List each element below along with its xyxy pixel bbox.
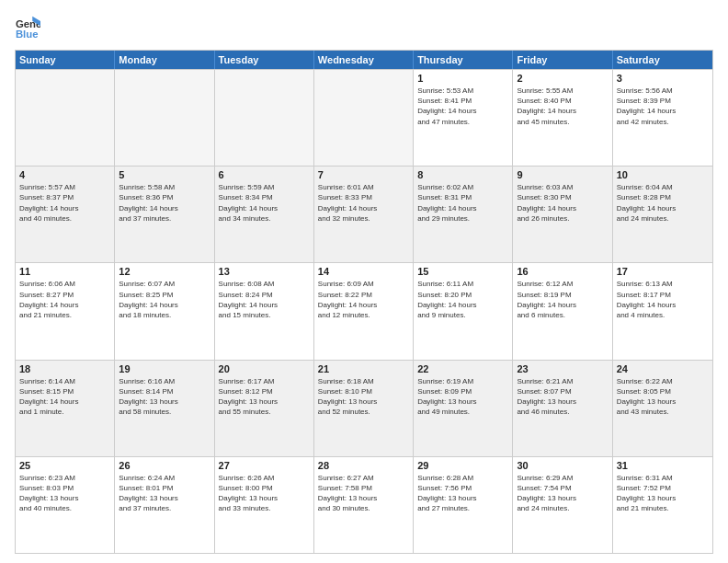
day-cell-25: 25Sunrise: 6:23 AM Sunset: 8:03 PM Dayli… xyxy=(16,457,115,553)
cell-info: Sunrise: 6:16 AM Sunset: 8:14 PM Dayligh… xyxy=(119,376,210,418)
day-number: 24 xyxy=(617,363,709,374)
header-cell-friday: Friday xyxy=(513,51,612,69)
day-number: 25 xyxy=(19,460,110,471)
day-cell-28: 28Sunrise: 6:27 AM Sunset: 7:58 PM Dayli… xyxy=(314,457,414,553)
cell-info: Sunrise: 6:11 AM Sunset: 8:20 PM Dayligh… xyxy=(417,279,508,320)
day-number: 9 xyxy=(517,169,608,180)
cell-info: Sunrise: 6:12 AM Sunset: 8:19 PM Dayligh… xyxy=(517,279,608,320)
day-cell-13: 13Sunrise: 6:08 AM Sunset: 8:24 PM Dayli… xyxy=(215,263,314,359)
day-cell-12: 12Sunrise: 6:07 AM Sunset: 8:25 PM Dayli… xyxy=(115,263,214,359)
day-cell-6: 6Sunrise: 5:59 AM Sunset: 8:34 PM Daylig… xyxy=(215,167,314,262)
cell-info: Sunrise: 6:27 AM Sunset: 7:58 PM Dayligh… xyxy=(318,473,409,514)
calendar-row-4: 25Sunrise: 6:23 AM Sunset: 8:03 PM Dayli… xyxy=(16,456,712,553)
day-number: 11 xyxy=(19,266,110,277)
header: General Blue xyxy=(15,15,713,40)
cell-info: Sunrise: 6:26 AM Sunset: 8:00 PM Dayligh… xyxy=(219,473,310,514)
header-cell-monday: Monday xyxy=(115,51,214,69)
cell-info: Sunrise: 6:08 AM Sunset: 8:24 PM Dayligh… xyxy=(219,279,310,320)
calendar-row-3: 18Sunrise: 6:14 AM Sunset: 8:15 PM Dayli… xyxy=(16,360,712,456)
day-number: 13 xyxy=(219,266,310,277)
cell-info: Sunrise: 5:55 AM Sunset: 8:40 PM Dayligh… xyxy=(517,86,608,127)
logo-icon: General Blue xyxy=(15,15,40,40)
day-number: 4 xyxy=(19,169,110,180)
day-cell-9: 9Sunrise: 6:03 AM Sunset: 8:30 PM Daylig… xyxy=(513,167,612,262)
day-number: 23 xyxy=(517,363,608,374)
day-cell-16: 16Sunrise: 6:12 AM Sunset: 8:19 PM Dayli… xyxy=(513,263,612,359)
day-number: 31 xyxy=(617,460,709,471)
day-number: 14 xyxy=(318,266,409,277)
day-number: 1 xyxy=(417,73,508,84)
cell-info: Sunrise: 6:03 AM Sunset: 8:30 PM Dayligh… xyxy=(517,182,608,224)
day-cell-15: 15Sunrise: 6:11 AM Sunset: 8:20 PM Dayli… xyxy=(414,263,513,359)
day-cell-18: 18Sunrise: 6:14 AM Sunset: 8:15 PM Dayli… xyxy=(16,361,115,456)
day-number: 18 xyxy=(19,363,110,374)
day-cell-11: 11Sunrise: 6:06 AM Sunset: 8:27 PM Dayli… xyxy=(16,263,115,359)
day-cell-23: 23Sunrise: 6:21 AM Sunset: 8:07 PM Dayli… xyxy=(513,361,612,456)
header-cell-saturday: Saturday xyxy=(613,51,712,69)
calendar: SundayMondayTuesdayWednesdayThursdayFrid… xyxy=(15,50,713,554)
day-cell-21: 21Sunrise: 6:18 AM Sunset: 8:10 PM Dayli… xyxy=(314,361,414,456)
day-cell-7: 7Sunrise: 6:01 AM Sunset: 8:33 PM Daylig… xyxy=(314,167,414,262)
calendar-row-0: 1Sunrise: 5:53 AM Sunset: 8:41 PM Daylig… xyxy=(16,69,712,166)
calendar-header: SundayMondayTuesdayWednesdayThursdayFrid… xyxy=(16,51,712,69)
header-cell-tuesday: Tuesday xyxy=(215,51,314,69)
cell-info: Sunrise: 6:23 AM Sunset: 8:03 PM Dayligh… xyxy=(19,473,110,514)
day-number: 16 xyxy=(517,266,608,277)
calendar-row-1: 4Sunrise: 5:57 AM Sunset: 8:37 PM Daylig… xyxy=(16,166,712,262)
empty-cell xyxy=(115,70,214,166)
day-cell-17: 17Sunrise: 6:13 AM Sunset: 8:17 PM Dayli… xyxy=(613,263,712,359)
day-number: 22 xyxy=(417,363,508,374)
cell-info: Sunrise: 6:18 AM Sunset: 8:10 PM Dayligh… xyxy=(318,376,409,418)
day-cell-3: 3Sunrise: 5:56 AM Sunset: 8:39 PM Daylig… xyxy=(613,70,712,166)
day-cell-30: 30Sunrise: 6:29 AM Sunset: 7:54 PM Dayli… xyxy=(513,457,612,553)
cell-info: Sunrise: 6:09 AM Sunset: 8:22 PM Dayligh… xyxy=(318,279,409,320)
cell-info: Sunrise: 6:17 AM Sunset: 8:12 PM Dayligh… xyxy=(219,376,310,418)
calendar-body: 1Sunrise: 5:53 AM Sunset: 8:41 PM Daylig… xyxy=(16,69,712,553)
day-number: 20 xyxy=(219,363,310,374)
day-number: 2 xyxy=(517,73,608,84)
day-number: 26 xyxy=(119,460,210,471)
page: General Blue SundayMondayTuesdayWednesda… xyxy=(0,0,728,563)
day-number: 19 xyxy=(119,363,210,374)
cell-info: Sunrise: 5:57 AM Sunset: 8:37 PM Dayligh… xyxy=(19,182,110,224)
empty-cell xyxy=(215,70,314,166)
day-number: 21 xyxy=(318,363,409,374)
cell-info: Sunrise: 6:28 AM Sunset: 7:56 PM Dayligh… xyxy=(417,473,508,514)
empty-cell xyxy=(314,70,414,166)
cell-info: Sunrise: 6:02 AM Sunset: 8:31 PM Dayligh… xyxy=(417,182,508,224)
day-cell-5: 5Sunrise: 5:58 AM Sunset: 8:36 PM Daylig… xyxy=(115,167,214,262)
cell-info: Sunrise: 5:59 AM Sunset: 8:34 PM Dayligh… xyxy=(219,182,310,224)
calendar-row-2: 11Sunrise: 6:06 AM Sunset: 8:27 PM Dayli… xyxy=(16,262,712,359)
day-cell-27: 27Sunrise: 6:26 AM Sunset: 8:00 PM Dayli… xyxy=(215,457,314,553)
cell-info: Sunrise: 6:22 AM Sunset: 8:05 PM Dayligh… xyxy=(617,376,709,418)
cell-info: Sunrise: 5:56 AM Sunset: 8:39 PM Dayligh… xyxy=(617,86,709,127)
day-number: 7 xyxy=(318,169,409,180)
day-number: 29 xyxy=(417,460,508,471)
cell-info: Sunrise: 6:29 AM Sunset: 7:54 PM Dayligh… xyxy=(517,473,608,514)
day-cell-26: 26Sunrise: 6:24 AM Sunset: 8:01 PM Dayli… xyxy=(115,457,214,553)
day-number: 5 xyxy=(119,169,210,180)
day-cell-2: 2Sunrise: 5:55 AM Sunset: 8:40 PM Daylig… xyxy=(513,70,612,166)
cell-info: Sunrise: 6:07 AM Sunset: 8:25 PM Dayligh… xyxy=(119,279,210,320)
cell-info: Sunrise: 6:13 AM Sunset: 8:17 PM Dayligh… xyxy=(617,279,709,320)
day-cell-19: 19Sunrise: 6:16 AM Sunset: 8:14 PM Dayli… xyxy=(115,361,214,456)
day-number: 3 xyxy=(617,73,709,84)
svg-text:Blue: Blue xyxy=(16,29,39,40)
header-cell-sunday: Sunday xyxy=(16,51,115,69)
day-cell-14: 14Sunrise: 6:09 AM Sunset: 8:22 PM Dayli… xyxy=(314,263,414,359)
day-cell-29: 29Sunrise: 6:28 AM Sunset: 7:56 PM Dayli… xyxy=(414,457,513,553)
cell-info: Sunrise: 6:04 AM Sunset: 8:28 PM Dayligh… xyxy=(617,182,709,224)
day-cell-1: 1Sunrise: 5:53 AM Sunset: 8:41 PM Daylig… xyxy=(414,70,513,166)
cell-info: Sunrise: 5:58 AM Sunset: 8:36 PM Dayligh… xyxy=(119,182,210,224)
header-cell-wednesday: Wednesday xyxy=(314,51,414,69)
cell-info: Sunrise: 6:31 AM Sunset: 7:52 PM Dayligh… xyxy=(617,473,709,514)
day-cell-8: 8Sunrise: 6:02 AM Sunset: 8:31 PM Daylig… xyxy=(414,167,513,262)
day-number: 12 xyxy=(119,266,210,277)
day-number: 15 xyxy=(417,266,508,277)
cell-info: Sunrise: 6:24 AM Sunset: 8:01 PM Dayligh… xyxy=(119,473,210,514)
day-cell-31: 31Sunrise: 6:31 AM Sunset: 7:52 PM Dayli… xyxy=(613,457,712,553)
cell-info: Sunrise: 6:14 AM Sunset: 8:15 PM Dayligh… xyxy=(19,376,110,418)
day-number: 6 xyxy=(219,169,310,180)
day-cell-24: 24Sunrise: 6:22 AM Sunset: 8:05 PM Dayli… xyxy=(613,361,712,456)
header-cell-thursday: Thursday xyxy=(414,51,513,69)
